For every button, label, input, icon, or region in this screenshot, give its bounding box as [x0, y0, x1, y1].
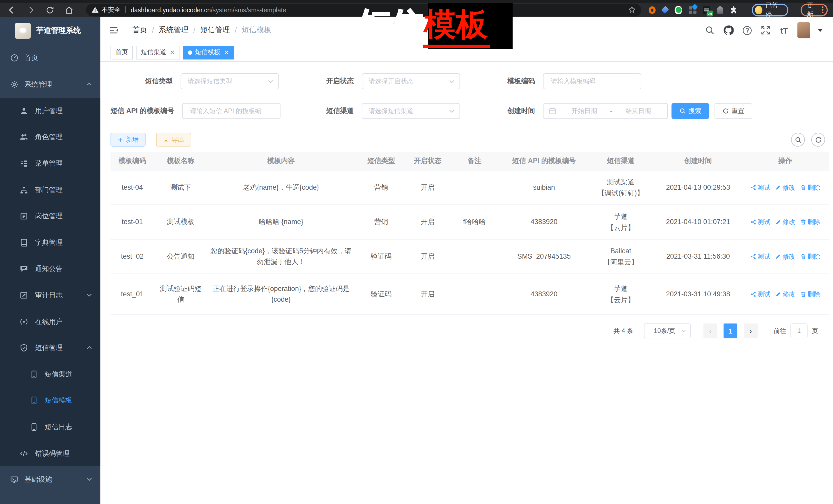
select-placeholder: 请选择开启状态	[369, 77, 413, 86]
sms-type-select[interactable]: 请选择短信类型	[181, 73, 279, 89]
help-icon[interactable]	[742, 25, 752, 35]
test-link[interactable]: 测试	[750, 182, 770, 193]
browser-profile-chip[interactable]: 已暂停	[752, 3, 788, 16]
column-header: 备注	[448, 152, 501, 170]
fullscreen-icon[interactable]	[760, 25, 771, 35]
font-size-icon[interactable]: tT	[779, 25, 789, 35]
breadcrumb-home[interactable]: 首页	[132, 25, 147, 35]
page-size-select[interactable]: 10条/页	[644, 323, 690, 338]
sidebar-item-departments[interactable]: 部门管理	[0, 177, 100, 203]
url-bar[interactable]: 不安全 dashboard.yudao.iocoder.cn/system/sm…	[86, 3, 641, 16]
trash-icon	[800, 291, 807, 297]
cell-created-at: 2021-03-31 11:56:30	[654, 246, 742, 267]
sidebar-item-system[interactable]: 系统管理	[0, 71, 100, 98]
extensions-puzzle-icon[interactable]	[730, 6, 737, 14]
breadcrumb-sms[interactable]: 短信管理	[200, 25, 230, 35]
sidebar-item-label: 岗位管理	[35, 212, 63, 221]
extension-orange-icon[interactable]	[649, 6, 656, 14]
search-button[interactable]: 搜索	[671, 103, 709, 119]
test-link[interactable]: 测试	[750, 217, 770, 227]
sidebar-item-error-codes[interactable]: 错误码管理	[0, 440, 100, 466]
table-toolbar: 新增 导出	[111, 132, 825, 147]
edit-link[interactable]: 修改	[775, 251, 795, 262]
sidebar-item-roles[interactable]: 角色管理	[0, 124, 100, 150]
export-button-label: 导出	[171, 135, 184, 144]
reset-button[interactable]: 重置	[715, 103, 752, 119]
status-select[interactable]: 请选择开启状态	[362, 73, 460, 89]
search-icon[interactable]	[705, 25, 715, 35]
delete-link[interactable]: 删除	[800, 182, 820, 193]
delete-link[interactable]: 删除	[800, 217, 820, 227]
page-size-label: 10条/页	[654, 326, 675, 335]
column-header: 操作	[742, 152, 829, 170]
sidebar-item-users[interactable]: 用户管理	[0, 98, 100, 124]
browser-menu-icon[interactable]	[822, 6, 824, 13]
sidebar-item-sms-channel[interactable]: 短信渠道	[0, 361, 100, 388]
sidebar-item-sms[interactable]: 短信管理	[0, 335, 100, 361]
sidebar-item-posts[interactable]: 岗位管理	[0, 203, 100, 230]
user-avatar[interactable]	[798, 22, 810, 38]
ssl-warning[interactable]: 不安全	[91, 5, 120, 14]
tab-sms-template[interactable]: 短信模板	[183, 45, 234, 59]
delete-link[interactable]: 删除	[800, 289, 820, 299]
export-button[interactable]: 导出	[156, 133, 191, 147]
current-page-button[interactable]: 1	[723, 323, 737, 338]
extension-list-icon[interactable]: on	[703, 6, 710, 14]
sidebar-item-online-users[interactable]: 在线用户	[0, 308, 100, 335]
sidebar-item-sms-template[interactable]: 短信模板	[0, 387, 100, 414]
breadcrumb-system[interactable]: 系统管理	[159, 25, 188, 35]
sidebar-item-sms-log[interactable]: 短信日志	[0, 414, 100, 440]
test-link[interactable]: 测试	[750, 289, 770, 299]
prev-page-button[interactable]: ‹	[703, 323, 717, 338]
test-link-label: 测试	[758, 289, 770, 299]
browser-back-icon[interactable]	[5, 3, 18, 16]
chevron-down-icon	[449, 110, 455, 113]
tab-close-icon[interactable]	[223, 49, 230, 56]
create-time-range-picker[interactable]: 开始日期 - 结束日期	[543, 103, 668, 119]
phone-icon	[30, 396, 38, 405]
extension-on-badge: on	[706, 10, 713, 16]
add-button-label: 新增	[126, 135, 139, 144]
extension-blue-icon[interactable]	[661, 6, 669, 14]
edit-link[interactable]: 修改	[775, 182, 795, 193]
sidebar-item-dict[interactable]: 字典管理	[0, 230, 100, 256]
cell-type: 营销	[355, 212, 407, 233]
sidebar-item-notice[interactable]: 通知公告	[0, 256, 100, 282]
browser-update-chip[interactable]: 更新	[801, 3, 828, 16]
github-icon[interactable]	[723, 25, 734, 35]
cell-status: 开启	[407, 177, 448, 198]
sidebar-item-menus[interactable]: 菜单管理	[0, 150, 100, 177]
browser-home-icon[interactable]	[63, 3, 76, 16]
edit-link[interactable]: 修改	[775, 217, 795, 227]
refresh-table-button[interactable]	[811, 133, 825, 147]
template-code-input[interactable]	[550, 77, 628, 86]
sidebar-item-audit-log[interactable]: 审计日志	[0, 282, 100, 308]
extension-green-icon[interactable]	[675, 6, 682, 14]
sidebar-item-infrastructure[interactable]: 基础设施	[0, 466, 100, 493]
edit-link[interactable]: 修改	[775, 289, 795, 299]
add-button[interactable]: 新增	[111, 133, 146, 147]
tab-close-icon[interactable]	[169, 49, 175, 56]
browser-reload-icon[interactable]	[44, 3, 56, 16]
app-logo[interactable]: 芋道管理系统	[0, 17, 100, 45]
channel-select[interactable]: 请选择短信渠道	[362, 103, 460, 119]
bookmark-star-icon[interactable]	[628, 6, 636, 14]
goto-page-input[interactable]	[790, 323, 807, 338]
phone-icon	[30, 423, 38, 431]
select-placeholder: 请选择短信渠道	[369, 106, 413, 115]
sidebar-item-home[interactable]: 首页	[0, 45, 100, 71]
api-template-id-input[interactable]	[189, 106, 267, 115]
show-search-toggle-button[interactable]	[791, 133, 805, 147]
delete-link[interactable]: 删除	[800, 251, 820, 262]
tab-sms-channel[interactable]: 短信渠道	[136, 45, 180, 59]
tab-home[interactable]: 首页	[111, 45, 133, 59]
browser-forward-icon[interactable]	[24, 3, 37, 16]
next-page-button[interactable]: ›	[744, 323, 758, 338]
column-header: 短信类型	[355, 152, 407, 170]
extension-misc-icon[interactable]	[717, 6, 723, 14]
sidebar-fold-icon[interactable]	[109, 26, 118, 34]
test-link[interactable]: 测试	[750, 251, 770, 262]
cell-code: test_01	[111, 284, 154, 305]
avatar-caret-icon[interactable]	[818, 29, 823, 31]
extension-grid-icon[interactable]	[689, 6, 696, 14]
